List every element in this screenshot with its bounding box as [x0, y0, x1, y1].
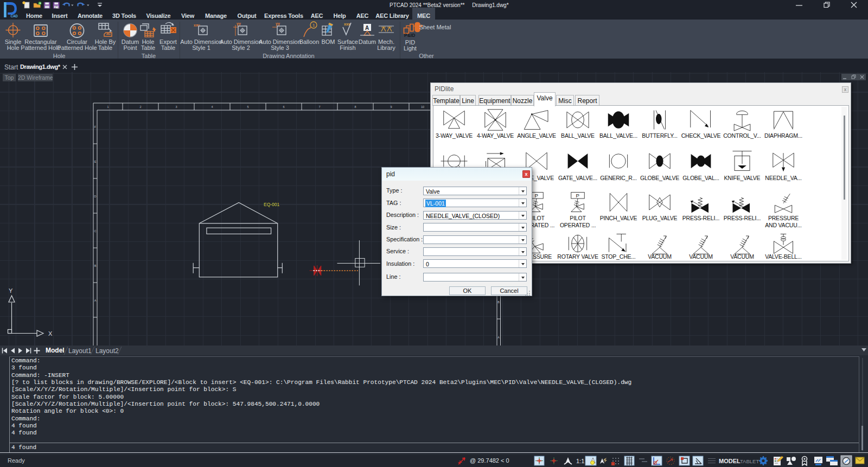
svg-text:xxx: xxx — [344, 22, 350, 26]
svg-text:3: 3 — [175, 105, 177, 108]
svg-text:4: 4 — [211, 105, 213, 108]
svg-text:EQ-001: EQ-001 — [264, 202, 280, 207]
svg-text:1:1: 1:1 — [576, 458, 584, 464]
svg-text:6: 6 — [283, 105, 284, 108]
svg-text:D: D — [94, 195, 97, 198]
svg-text:5: 5 — [247, 105, 248, 108]
svg-text:yy: yy — [237, 22, 241, 26]
svg-text:2: 2 — [139, 105, 141, 108]
svg-text:yy: yy — [276, 22, 280, 26]
svg-text:C: C — [94, 229, 97, 233]
svg-text:8: 8 — [354, 105, 356, 108]
svg-text:1: 1 — [107, 105, 108, 108]
svg-text:X: X — [48, 330, 53, 337]
svg-text:7: 7 — [318, 105, 320, 108]
svg-text:B: B — [497, 300, 500, 304]
svg-text:P: P — [576, 193, 579, 199]
svg-text:Y: Y — [9, 287, 13, 294]
svg-text:A: A — [497, 336, 500, 339]
svg-text:F: F — [94, 125, 97, 129]
svg-text:B: B — [94, 264, 97, 267]
svg-text:9: 9 — [390, 105, 392, 108]
svg-text:MODEL: MODEL — [719, 458, 741, 464]
svg-text:P: P — [535, 193, 538, 199]
svg-text:A: A — [365, 25, 369, 31]
svg-text:P&ID: P&ID — [404, 33, 415, 38]
svg-text:TABLET: TABLET — [740, 458, 759, 464]
svg-text:E: E — [94, 160, 97, 163]
svg-text:10: 10 — [421, 105, 424, 108]
svg-text:CAD: CAD — [10, 14, 17, 18]
svg-text:A: A — [94, 299, 97, 302]
svg-text:1: 1 — [312, 23, 315, 28]
